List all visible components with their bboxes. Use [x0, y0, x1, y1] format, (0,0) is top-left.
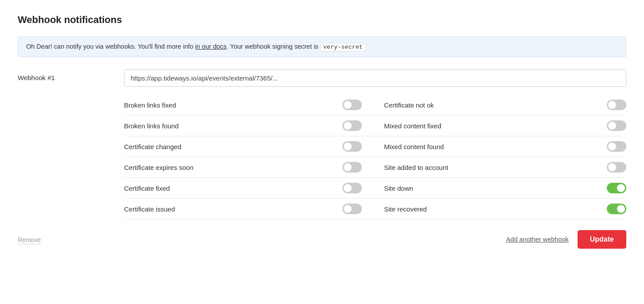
toggle-switch-certificate-fixed[interactable]: [342, 183, 362, 193]
toggle-row-site-recovered: Site recovered: [375, 199, 626, 219]
toggle-switch-certificate-not-ok[interactable]: [607, 100, 626, 110]
toggle-switch-mixed-content-found[interactable]: [607, 141, 626, 152]
docs-link[interactable]: in our docs: [195, 43, 227, 50]
update-button[interactable]: Update: [578, 230, 626, 249]
toggle-slider-site-recovered: [607, 204, 626, 214]
toggle-slider-broken-links-fixed: [342, 100, 362, 110]
toggle-slider-certificate-changed: [342, 141, 362, 152]
bottom-row: Remove Add another webhook Update: [18, 230, 626, 249]
remove-section: Remove: [18, 236, 115, 243]
toggle-slider-site-added-to-account: [607, 162, 626, 173]
toggle-slider-certificate-expires-soon: [342, 162, 362, 173]
toggle-label-broken-links-found: Broken links found: [124, 122, 178, 130]
toggle-switch-certificate-issued[interactable]: [342, 204, 362, 214]
toggle-slider-broken-links-found: [342, 120, 362, 131]
webhook-content: Broken links fixedCertificate not okBrok…: [124, 69, 626, 219]
toggle-switch-site-added-to-account[interactable]: [607, 162, 626, 173]
main-container: Webhook notifications Oh Dear! can notif…: [0, 0, 644, 263]
toggle-slider-mixed-content-fixed: [607, 120, 626, 131]
toggle-row-certificate-fixed: Certificate fixed: [124, 178, 375, 199]
toggle-label-certificate-changed: Certificate changed: [124, 143, 181, 150]
toggle-label-certificate-expires-soon: Certificate expires soon: [124, 164, 194, 171]
toggle-slider-site-down: [607, 183, 626, 193]
toggle-switch-site-recovered[interactable]: [607, 204, 626, 214]
toggle-slider-mixed-content-found: [607, 141, 626, 152]
webhook-row: Webhook #1 Broken links fixedCertificate…: [18, 69, 626, 219]
toggle-row-certificate-changed: Certificate changed: [124, 136, 375, 157]
toggle-label-certificate-fixed: Certificate fixed: [124, 185, 170, 192]
webhook-url-input[interactable]: [124, 69, 626, 87]
toggle-row-mixed-content-fixed: Mixed content fixed: [375, 115, 626, 136]
toggle-switch-certificate-expires-soon[interactable]: [342, 162, 362, 173]
toggle-row-site-down: Site down: [375, 178, 626, 199]
toggle-label-site-down: Site down: [384, 185, 413, 192]
toggle-row-broken-links-found: Broken links found: [124, 115, 375, 136]
add-webhook-button[interactable]: Add another webhook: [506, 236, 569, 243]
toggle-switch-mixed-content-fixed[interactable]: [607, 120, 626, 131]
toggle-row-certificate-not-ok: Certificate not ok: [375, 95, 626, 115]
toggle-row-certificate-expires-soon: Certificate expires soon: [124, 157, 375, 178]
toggle-label-mixed-content-found: Mixed content found: [384, 143, 444, 150]
toggle-switch-certificate-changed[interactable]: [342, 141, 362, 152]
toggle-switch-site-down[interactable]: [607, 183, 626, 193]
toggle-label-broken-links-fixed: Broken links fixed: [124, 101, 176, 109]
toggle-label-site-added-to-account: Site added to account: [384, 164, 448, 171]
webhook-label: Webhook #1: [18, 69, 115, 81]
toggle-switch-broken-links-found[interactable]: [342, 120, 362, 131]
webhook-secret: very-secret: [320, 43, 366, 51]
info-banner: Oh Dear! can notify you via webhooks. Yo…: [18, 36, 626, 57]
toggle-slider-certificate-not-ok: [607, 100, 626, 110]
toggle-label-mixed-content-fixed: Mixed content fixed: [384, 122, 441, 130]
toggle-label-certificate-not-ok: Certificate not ok: [384, 101, 434, 109]
page-title: Webhook notifications: [18, 14, 626, 26]
toggle-slider-certificate-fixed: [342, 183, 362, 193]
toggle-switch-broken-links-fixed[interactable]: [342, 100, 362, 110]
toggle-row-certificate-issued: Certificate issued: [124, 199, 375, 219]
remove-link[interactable]: Remove: [18, 236, 41, 244]
toggle-label-site-recovered: Site recovered: [384, 205, 427, 213]
toggle-label-certificate-issued: Certificate issued: [124, 205, 175, 213]
toggles-grid: Broken links fixedCertificate not okBrok…: [124, 95, 626, 219]
banner-text-before: Oh Dear! can notify you via webhooks. Yo…: [26, 43, 195, 50]
toggle-row-mixed-content-found: Mixed content found: [375, 136, 626, 157]
toggle-row-broken-links-fixed: Broken links fixed: [124, 95, 375, 115]
banner-text-after: . Your webhook signing secret is: [227, 43, 320, 50]
bottom-actions: Add another webhook Update: [115, 230, 626, 249]
toggle-row-site-added-to-account: Site added to account: [375, 157, 626, 178]
toggle-slider-certificate-issued: [342, 204, 362, 214]
